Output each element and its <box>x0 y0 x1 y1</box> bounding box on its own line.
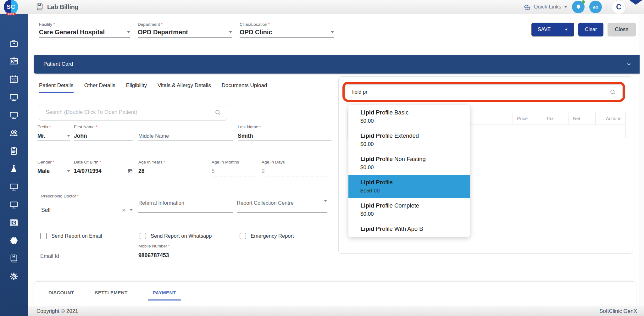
save-dropdown-caret-icon[interactable] <box>565 29 568 30</box>
dropdown-item-lipid-profile-complete[interactable]: Lipid Profile Complete $0.00 <box>348 198 470 221</box>
patient-search-box <box>39 104 227 121</box>
language-label: en <box>593 4 598 10</box>
collapse-chevron-icon[interactable] <box>626 61 632 67</box>
book-icon[interactable] <box>9 254 19 263</box>
monitor-icon[interactable] <box>9 200 19 209</box>
close-button[interactable]: Close <box>608 23 636 36</box>
chevron-down-icon <box>127 31 130 33</box>
tab-eligibility[interactable]: Eligibility <box>126 82 147 93</box>
tab-settlement[interactable]: SETTLEMENT <box>94 290 128 301</box>
email-field[interactable]: Email Id <box>37 250 133 262</box>
net-column-header: Net <box>569 112 595 125</box>
checkbox-box[interactable] <box>40 233 47 239</box>
settings-gear-icon[interactable] <box>9 272 19 281</box>
last-name-field[interactable]: Last Name* Smith <box>238 125 331 141</box>
referral-information-field[interactable]: Referral Information <box>138 200 233 213</box>
required-asterisk: * <box>164 160 165 164</box>
user-avatar[interactable]: C <box>612 0 626 14</box>
calendar-icon[interactable] <box>128 169 133 174</box>
language-button[interactable]: en <box>589 1 602 13</box>
notifications-button[interactable] <box>572 1 585 13</box>
send-report-whatsapp-checkbox[interactable]: Send Report on Whatsapp <box>140 233 212 239</box>
facility-label: Facility <box>39 22 52 27</box>
age-years-label: Age In Years <box>138 160 163 164</box>
first-name-value: John <box>74 133 87 139</box>
actions-column-header: Actions <box>595 112 625 125</box>
cash-vault-icon[interactable] <box>9 218 19 227</box>
topbar-divider <box>607 3 607 11</box>
required-asterisk: * <box>268 22 270 27</box>
patient-search-input[interactable] <box>45 109 214 116</box>
scrollbar[interactable] <box>640 14 644 306</box>
tab-documents-upload[interactable]: Documents Upload <box>222 82 267 93</box>
app-logo[interactable]: SC BETA <box>4 0 18 14</box>
dropdown-item-lipid-profile-non-fasting[interactable]: Lipid Profile Non Fasting $0.00 <box>348 152 470 175</box>
required-asterisk: * <box>53 22 55 27</box>
search-icon <box>609 89 616 95</box>
monitor-icon[interactable] <box>9 182 19 191</box>
checkbox-label: Send Report on Email <box>51 233 102 239</box>
required-asterisk: * <box>168 244 170 248</box>
dob-value: 14/07/1994 <box>74 168 102 175</box>
dropdown-item-lipid-profile-highlighted[interactable]: Lipid Profile $150.00 <box>348 175 470 198</box>
tab-payment[interactable]: PAYMENT <box>148 290 181 301</box>
mobile-number-field[interactable]: Mobile Number* 9806787453 <box>138 244 233 261</box>
checkbox-box[interactable] <box>140 233 146 239</box>
middle-name-field[interactable]: Middle Name <box>138 125 233 141</box>
dropdown-item-lipid-profile-basic[interactable]: Lipid Profile Basic $0.00 <box>348 105 470 128</box>
prefix-field[interactable]: Prefix* Mr. <box>37 125 70 141</box>
monitor-icon[interactable] <box>9 92 19 102</box>
quick-links-label: Quick Links <box>534 4 561 10</box>
billing-tabs: DISCOUNT SETTLEMENT PAYMENT <box>34 282 636 301</box>
briefcase-icon[interactable] <box>9 39 19 48</box>
checkbox-box[interactable] <box>240 233 246 239</box>
patient-card-header[interactable]: Patient Card <box>34 55 641 74</box>
lab-flask-icon[interactable] <box>9 164 19 174</box>
tab-discount[interactable]: DISCOUNT <box>48 290 75 301</box>
first-name-field[interactable]: First Name* John <box>74 125 133 141</box>
save-button[interactable]: SAVE <box>531 23 574 36</box>
clinic-select[interactable]: Clinic/Location* OPD Clinic <box>240 22 334 38</box>
dropdown-item-lipid-profile-extended[interactable]: Lipid Profile Extended $0.00 <box>348 128 470 152</box>
required-asterisk: * <box>49 125 51 129</box>
dob-field[interactable]: Date Of Birth* 14/07/1994 <box>74 160 133 176</box>
middle-name-placeholder: Middle Name <box>138 133 169 139</box>
clipboard-icon[interactable] <box>9 146 19 156</box>
patient-card-title: Patient Card <box>43 61 73 67</box>
report-collection-centre-field[interactable]: Report Collection Centre <box>237 200 327 213</box>
service-billing-panel: Price Tax Net Actions Lipid Profile Basi… <box>338 76 633 254</box>
chevron-down-icon <box>331 31 334 33</box>
users-icon[interactable] <box>9 128 19 138</box>
clear-button[interactable]: Clear <box>578 23 603 36</box>
prefix-value: Mr. <box>37 133 45 139</box>
send-report-email-checkbox[interactable]: Send Report on Email <box>40 233 102 239</box>
monitor-icon[interactable] <box>9 110 19 120</box>
age-years-field[interactable]: Age In Years* 28 <box>138 160 208 176</box>
tab-other-details[interactable]: Other Details <box>84 82 115 93</box>
quick-links-menu[interactable]: Quick Links <box>524 3 567 11</box>
calendar-icon[interactable]: 15 <box>9 75 19 84</box>
chevron-down-icon <box>67 135 70 137</box>
prescribing-doctor-field[interactable]: Prescribing Doctor* Self × <box>37 194 133 215</box>
save-button-label: SAVE <box>538 27 551 32</box>
patient-id-card-icon[interactable] <box>9 57 19 66</box>
tab-patient-details[interactable]: Patient Details <box>39 82 74 93</box>
age-days-label: Age In Days <box>262 160 285 164</box>
dropdown-item-lipid-profile-with-apo-b[interactable]: Lipid Profile With Apo B <box>348 221 470 237</box>
facility-select[interactable]: Facility* Care General Hospital <box>39 22 130 38</box>
emergency-report-checkbox[interactable]: Emergency Report <box>240 233 294 239</box>
item-price: $0.00 <box>360 164 465 171</box>
badge-burst-icon[interactable] <box>9 236 19 245</box>
service-search-input[interactable] <box>352 89 609 95</box>
chevron-down-icon <box>229 31 232 33</box>
tab-vitals-allergy[interactable]: Vitals & Allergy Details <box>158 82 211 93</box>
clear-selection-icon[interactable]: × <box>122 207 125 213</box>
corner-chevron-icon[interactable] <box>629 0 642 5</box>
context-filters: Facility* Care General Hospital Departme… <box>39 22 341 38</box>
footer-bar: Copyright © 2021 SoftClinic GenX <box>28 306 644 316</box>
required-asterisk: * <box>99 160 101 164</box>
chevron-down-icon <box>324 200 327 202</box>
department-value: OPD Department <box>138 29 188 36</box>
department-select[interactable]: Department* OPD Department <box>138 22 232 38</box>
gender-field[interactable]: Gender* Male <box>37 160 70 176</box>
